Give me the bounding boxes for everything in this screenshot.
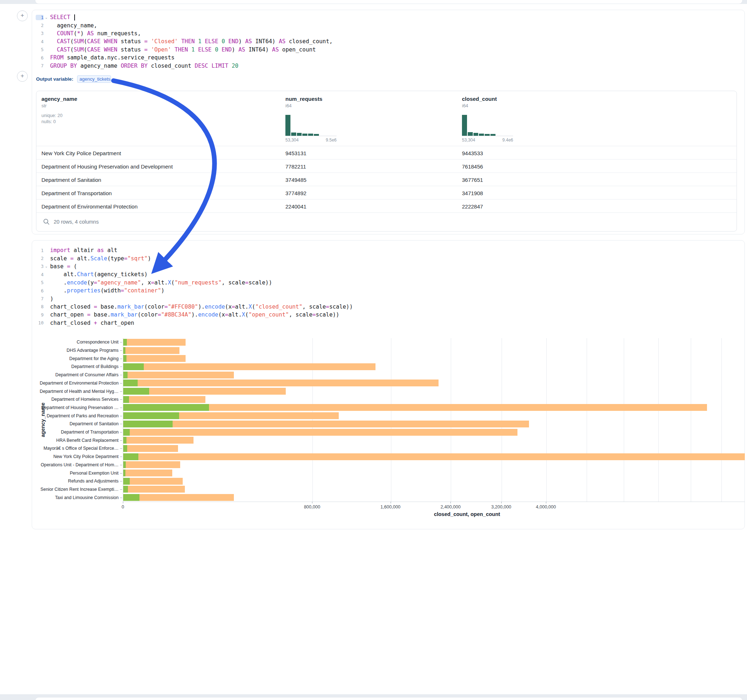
code-text[interactable]: chart_closed + chart_open (49, 320, 134, 326)
chart-gridline (312, 338, 313, 502)
histogram-max-label: 9.4e6 (502, 137, 513, 143)
code-token: , scale (222, 279, 245, 286)
column-header-agency-name[interactable]: agency_name str unique: 20 nulls: 0 (41, 96, 77, 124)
code-line[interactable]: 6FROM sample_data.nyc.service_requests (36, 54, 333, 62)
code-token: ) (148, 255, 151, 262)
code-line[interactable]: 7GROUP BY agency_name ORDER BY closed_co… (36, 62, 333, 69)
table-row[interactable]: Department of Transportation377489234719… (36, 186, 736, 199)
table-row[interactable]: Department of Housing Preservation and D… (36, 159, 736, 173)
code-token (101, 47, 104, 53)
code-token: ( (70, 47, 74, 53)
chart-bar-closed (123, 461, 180, 468)
histogram-axis-labels: 53,304 9.5e6 (286, 137, 337, 143)
code-line[interactable]: 3 COUNT(*) AS num_requests, (36, 30, 333, 38)
code-text[interactable]: .properties(width="container") (49, 287, 164, 294)
code-token: (color (138, 311, 158, 318)
code-token: (type (107, 255, 124, 262)
table-row[interactable]: Department of Environmental Protection22… (36, 199, 736, 213)
code-text[interactable]: .encode(y="agency_name", x=alt.X("num_re… (49, 279, 272, 286)
code-token: = (164, 303, 168, 310)
code-line[interactable]: 1⌄SELECT (36, 13, 333, 21)
code-token: AS (272, 47, 279, 53)
code-token: + (94, 320, 97, 326)
code-token: chart_open (97, 320, 135, 326)
code-token: = (87, 311, 91, 318)
text-cursor (74, 14, 75, 21)
code-text[interactable]: CAST(SUM(CASE WHEN status = 'Closed' THE… (49, 38, 333, 45)
code-token: alt. (74, 255, 91, 262)
code-token: encode (198, 311, 218, 318)
code-token: alt. (154, 279, 168, 286)
chart-bar-closed (123, 437, 194, 444)
code-text[interactable]: SELECT (49, 14, 75, 21)
code-text[interactable]: import altair as alt (49, 247, 118, 253)
chart-x-tick (312, 502, 312, 503)
code-line[interactable]: 8chart_closed = base.mark_bar(color="#FF… (36, 303, 353, 311)
code-token: AS (279, 38, 286, 45)
code-token: CAST (57, 47, 70, 53)
line-number: 4 (36, 39, 44, 44)
code-line[interactable]: 3⌄base = ( (36, 262, 353, 270)
output-variable-chip[interactable]: agency_tickets (77, 75, 111, 83)
column-header-num-requests[interactable]: num_requests i64 53,304 9.5e6 (286, 96, 337, 143)
code-text[interactable]: alt.Chart(agency_tickets) (49, 271, 148, 278)
code-line[interactable]: 10chart_closed + chart_open (36, 319, 353, 327)
cell-agency-name: Department of Environmental Protection (41, 203, 138, 209)
code-token: SELECT (50, 14, 70, 21)
code-text[interactable]: chart_open = base.mark_bar(color="#8BC34… (49, 311, 339, 318)
code-token: X (168, 279, 171, 286)
table-footer: 20 rows, 4 columns (36, 213, 736, 232)
code-token: ( (252, 303, 255, 310)
code-line[interactable]: 5 CAST(SUM(CASE WHEN status = 'Open' THE… (36, 46, 333, 54)
code-text[interactable]: ) (49, 296, 53, 302)
code-line[interactable]: 2scale = alt.Scale(type="sqrt") (36, 254, 353, 262)
cell-agency-name: New York City Police Department (41, 150, 121, 156)
code-text[interactable]: GROUP BY agency_name ORDER BY closed_cou… (49, 63, 239, 69)
chart-bar-open (123, 339, 127, 345)
chart-x-axis-title: closed_count, open_count (434, 511, 500, 517)
code-text[interactable]: base = ( (49, 263, 77, 270)
code-text[interactable]: agency_name, (49, 22, 97, 29)
code-line[interactable]: 6 .properties(width="container") (36, 287, 353, 294)
code-text[interactable]: scale = alt.Scale(type="sqrt") (49, 255, 151, 262)
chart-bar-closed (123, 429, 517, 436)
code-token: = (144, 38, 147, 45)
code-line[interactable]: 4 alt.Chart(agency_tickets) (36, 270, 353, 278)
code-token: as (97, 247, 104, 253)
chart-y-tick (120, 342, 122, 342)
code-text[interactable]: COUNT(*) AS num_requests, (49, 30, 141, 37)
table-row[interactable]: New York City Police Department945313194… (36, 146, 736, 160)
cell-agency-name: Department of Sanitation (41, 177, 101, 183)
code-token: AS (245, 38, 252, 45)
code-line[interactable]: 4 CAST(SUM(CASE WHEN status = 'Closed' T… (36, 38, 333, 45)
code-token: = (124, 255, 127, 262)
chart-y-tick (120, 498, 122, 498)
fold-chevron-icon[interactable]: ⌄ (44, 15, 49, 20)
histogram-min-label: 53,304 (462, 137, 475, 143)
python-code-editor[interactable]: 1import altair as alt2scale = alt.Scale(… (36, 246, 353, 327)
table-row[interactable]: Department of Sanitation37494853677651 (36, 172, 736, 186)
code-text[interactable]: FROM sample_data.nyc.service_requests (49, 54, 174, 61)
sql-code-editor[interactable]: 1⌄SELECT 2 agency_name,3 COUNT(*) AS num… (36, 13, 333, 70)
fold-chevron-icon[interactable]: ⌄ (44, 264, 49, 268)
code-line[interactable]: 2 agency_name, (36, 21, 333, 29)
code-line[interactable]: 5 .encode(y="agency_name", x=alt.X("num_… (36, 279, 353, 287)
code-text[interactable]: CAST(SUM(CASE WHEN status = 'Open' THEN … (49, 47, 316, 53)
code-line[interactable]: 7) (36, 294, 353, 302)
code-line[interactable]: 9chart_open = base.mark_bar(color="#8BC3… (36, 311, 353, 319)
code-token: encode (205, 303, 225, 310)
add-cell-button[interactable]: + (17, 71, 28, 82)
code-token: base (50, 263, 67, 270)
cell-closed-count: 3677651 (462, 177, 483, 183)
line-number: 6 (36, 288, 44, 293)
chart-bar-open (123, 372, 127, 379)
chart-gridline (587, 338, 587, 502)
chart-y-label: Department of Health and Mental Hyg… (32, 389, 119, 394)
add-cell-button[interactable]: + (17, 11, 28, 21)
chart-y-label: HRA Benefit Card Replacement (32, 438, 119, 443)
search-icon[interactable] (43, 218, 50, 225)
column-header-closed-count[interactable]: closed_count i64 53,304 9.4e6 (462, 96, 513, 143)
chart-bar-closed (123, 421, 529, 427)
code-line[interactable]: 1import altair as alt (36, 246, 353, 254)
code-text[interactable]: chart_closed = base.mark_bar(color="#FFC… (49, 303, 353, 310)
